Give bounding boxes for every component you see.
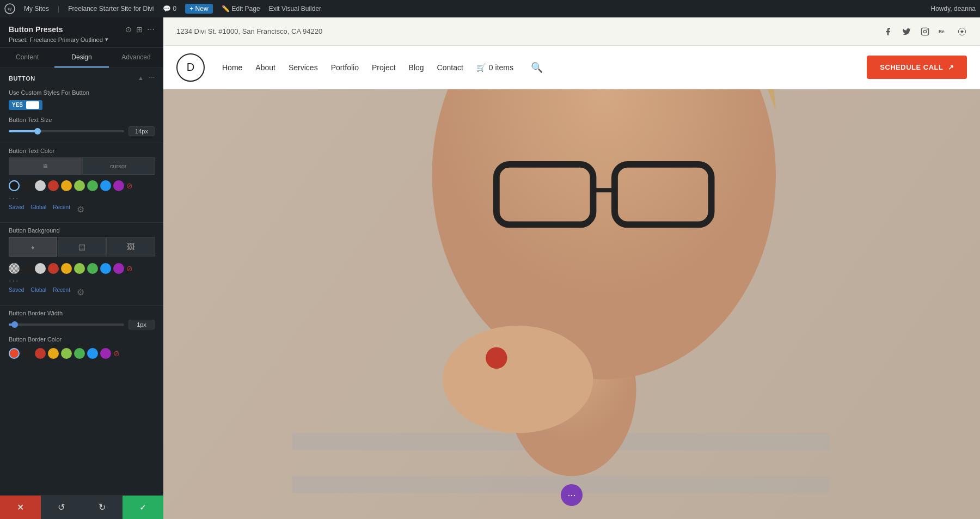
border-width-thumb[interactable]: [11, 321, 18, 328]
nav-link-home[interactable]: Home: [222, 63, 242, 72]
border-swatch-green[interactable]: [74, 348, 85, 359]
border-swatch-purple[interactable]: [100, 348, 111, 359]
panel-settings-icon[interactable]: ⊙: [125, 25, 132, 34]
nav-link-blog[interactable]: Blog: [409, 63, 424, 72]
exit-builder-btn[interactable]: Exit Visual Builder: [269, 5, 322, 13]
saved-meta[interactable]: Saved: [9, 204, 24, 215]
undo-button[interactable]: ↺: [41, 496, 82, 519]
border-swatch-lgreen[interactable]: [61, 348, 72, 359]
wp-logo-btn[interactable]: W: [4, 3, 15, 14]
tab-design[interactable]: Design: [54, 48, 109, 68]
bg-recent-meta[interactable]: Recent: [53, 287, 70, 297]
bg-global-meta[interactable]: Global: [30, 287, 46, 297]
text-color-swatch-green[interactable]: [87, 180, 98, 191]
text-color-swatch-blue[interactable]: [100, 180, 111, 191]
wp-icon: W: [4, 3, 15, 14]
comments-btn[interactable]: 💬 0: [163, 5, 177, 13]
howdy-label: Howdy, deanna: [931, 5, 976, 13]
bg-swatch-green[interactable]: [87, 263, 98, 274]
border-swatch-yellow[interactable]: [48, 348, 59, 359]
toggle-label: Use Custom Styles For Button: [9, 89, 155, 96]
search-icon[interactable]: 🔍: [531, 62, 543, 74]
color-tab-desktop[interactable]: 🖥: [9, 157, 82, 175]
section-more-icon[interactable]: ⋯: [149, 75, 155, 82]
tab-advanced[interactable]: Advanced: [109, 48, 163, 68]
site-preview: 1234 Divi St. #1000, San Francisco, CA 9…: [163, 17, 980, 519]
border-swatch-black[interactable]: [22, 348, 33, 359]
recent-meta[interactable]: Recent: [53, 204, 70, 215]
bg-saved-meta[interactable]: Saved: [9, 287, 24, 297]
nav-link-about[interactable]: About: [255, 63, 275, 72]
text-color-swatch-yellow[interactable]: [61, 180, 72, 191]
nav-link-portfolio[interactable]: Portfolio: [331, 63, 359, 72]
bg-more[interactable]: ···: [9, 276, 155, 286]
border-width-track[interactable]: [9, 323, 124, 326]
custom-styles-toggle[interactable]: YES: [9, 100, 42, 110]
my-sites-btn[interactable]: My Sites: [24, 5, 49, 13]
bg-swatch-purple[interactable]: [113, 263, 124, 274]
text-color-swatches: ⊘: [9, 178, 155, 193]
panel-title: Button Presets: [9, 25, 63, 34]
bg-swatch-red[interactable]: [48, 263, 59, 274]
section-collapse-icon[interactable]: ▲: [138, 75, 144, 82]
schedule-call-button[interactable]: SCHEDULE CALL ↗: [867, 56, 967, 79]
panel-layout-icon[interactable]: ⊞: [136, 25, 143, 34]
text-color-swatch-red[interactable]: [48, 180, 59, 191]
panel-header: Button Presets ⊙ ⊞ ⋯ Preset: Freelance P…: [0, 17, 163, 48]
twitter-icon[interactable]: [902, 27, 911, 36]
text-color-swatch-active[interactable]: [9, 180, 20, 191]
border-swatch-active[interactable]: [9, 348, 20, 359]
text-color-swatch-picker[interactable]: ⊘: [126, 181, 133, 190]
redo-button[interactable]: ↻: [82, 496, 122, 519]
global-meta[interactable]: Global: [30, 204, 46, 215]
edit-page-btn[interactable]: ✏️ Edit Page: [222, 5, 260, 13]
text-color-swatch-gray[interactable]: [35, 180, 46, 191]
panel-more-icon[interactable]: ⋯: [147, 25, 155, 34]
text-size-track[interactable]: [9, 130, 124, 132]
bg-tab-gradient[interactable]: ▤: [58, 237, 106, 257]
nav-link-project[interactable]: Project: [372, 63, 396, 72]
behance-icon[interactable]: Be: [939, 27, 948, 36]
nav-link-services[interactable]: Services: [289, 63, 318, 72]
divi-icon[interactable]: [957, 27, 967, 36]
bg-meta-gear-icon[interactable]: ⚙: [77, 287, 84, 297]
text-size-thumb[interactable]: [34, 128, 41, 135]
border-color-picker-icon[interactable]: ⊘: [113, 349, 120, 358]
new-btn[interactable]: + New: [185, 4, 212, 14]
color-tab-tablet[interactable]: cursor: [82, 157, 155, 175]
text-color-swatch-lgreen[interactable]: [74, 180, 85, 191]
meta-gear-icon[interactable]: ⚙: [77, 204, 84, 215]
bg-swatch-black[interactable]: [22, 263, 33, 274]
nav-cart[interactable]: 🛒 0 items: [476, 63, 513, 72]
hero-svg: [773, 89, 980, 519]
text-color-swatch-purple[interactable]: [113, 180, 124, 191]
bg-color-picker[interactable]: ⊘: [126, 264, 133, 273]
border-swatch-red[interactable]: [35, 348, 46, 359]
border-swatch-blue[interactable]: [87, 348, 98, 359]
text-size-fill: [9, 130, 38, 132]
bg-swatch-blue[interactable]: [100, 263, 111, 274]
admin-bar: W My Sites | Freelance Starter Site for …: [0, 0, 980, 17]
facebook-icon[interactable]: [883, 27, 893, 36]
bg-swatch-lgreen[interactable]: [74, 263, 85, 274]
site-name-btn[interactable]: Freelance Starter Site for Divi: [68, 5, 154, 13]
border-width-value[interactable]: 1px: [128, 320, 155, 329]
tab-content[interactable]: Content: [0, 48, 54, 68]
save-button[interactable]: ✓: [122, 496, 163, 519]
nav-link-contact[interactable]: Contact: [437, 63, 463, 72]
bg-swatch-gray[interactable]: [35, 263, 46, 274]
bg-tab-solid[interactable]: ⬧: [9, 237, 57, 257]
border-color-label: Button Border Color: [9, 336, 155, 343]
bg-swatch-transparent[interactable]: [9, 263, 20, 274]
toggle-box: [26, 101, 39, 109]
bg-swatch-yellow[interactable]: [61, 263, 72, 274]
svg-rect-2: [921, 28, 928, 35]
cancel-button[interactable]: ✕: [0, 496, 41, 519]
bg-tab-image[interactable]: 🖼: [106, 237, 155, 257]
text-color-more[interactable]: ···: [9, 193, 155, 203]
instagram-icon[interactable]: [920, 27, 930, 36]
text-size-value[interactable]: 14px: [128, 126, 155, 136]
text-size-row: Button Text Size 14px: [0, 114, 163, 141]
floating-more-button[interactable]: ···: [561, 484, 583, 506]
text-color-swatch-black[interactable]: [22, 180, 33, 191]
